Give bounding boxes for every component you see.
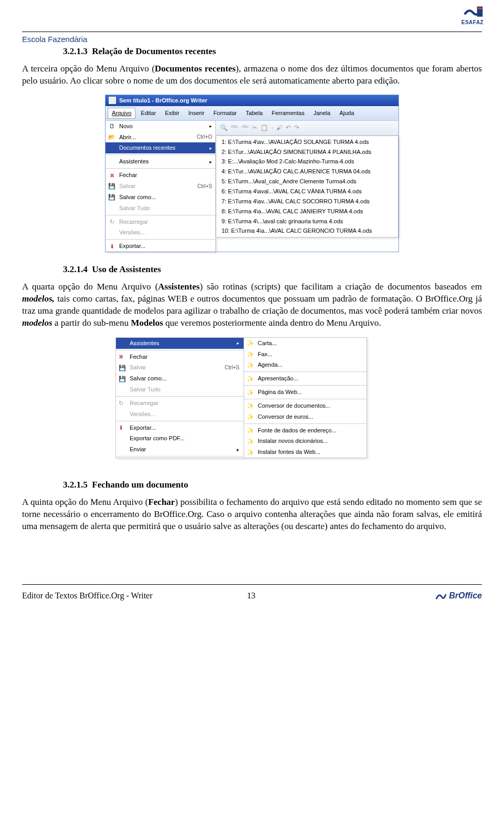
- esafaz-logo: ESAFAZ: [456, 3, 489, 28]
- svg-rect-1: [478, 8, 482, 9]
- tool-icon: ᴬᴮᶜ: [231, 123, 238, 132]
- school-name: Escola Fazendária: [22, 34, 482, 45]
- section-title: Relação de Documentos recentes: [92, 46, 216, 56]
- wizard-icon: ✨: [247, 427, 254, 434]
- menu-salvar[interactable]: 💾SalvarCtrl+S: [116, 362, 244, 373]
- wiz-instalar-dic[interactable]: ✨Instalar novos dicionários...: [244, 436, 366, 447]
- recent-item[interactable]: 5: E:\Turm...\Aval_calc_Andre Clemente T…: [216, 177, 398, 187]
- wiz-pagina-web[interactable]: ✨Página da Web...: [244, 387, 366, 398]
- window-title: Sem título1 - BrOffice.org Writer: [119, 97, 207, 105]
- wiz-agenda[interactable]: ✨Agenda...: [244, 359, 366, 370]
- recent-item[interactable]: 1: E:\Turma 4\av...\AVALIAÇÃO SOLANGE TU…: [216, 137, 398, 147]
- menu-recarregar[interactable]: ↻Recarregar: [106, 216, 215, 227]
- menu-exibir[interactable]: Exibir: [161, 108, 183, 118]
- tool-icon: ᴬᴮᶜ: [242, 123, 249, 132]
- wiz-apresentacao[interactable]: ✨Apresentação...: [244, 373, 366, 384]
- para-3213: A terceira opção do Menu Arquivo (Docume…: [22, 63, 482, 87]
- section-num: 3.2.1.5: [63, 480, 88, 490]
- menu-arquivo[interactable]: Arquivo: [108, 108, 135, 119]
- tool-icon: ✂: [252, 123, 257, 132]
- wiz-carta[interactable]: ✨Carta...: [244, 338, 366, 349]
- menu-janela[interactable]: Janela: [310, 108, 334, 118]
- window-titlebar: Sem título1 - BrOffice.org Writer: [106, 95, 398, 106]
- tool-icon: 🔍: [220, 123, 228, 132]
- wiz-conversor-doc[interactable]: ✨Conversor de documentos...: [244, 400, 366, 411]
- menu-recarregar[interactable]: ↻Recarregar: [116, 398, 244, 409]
- section-title: Uso de Assistentes: [92, 264, 161, 274]
- assistentes-figure: Assistentes▸ ✖Fechar 💾SalvarCtrl+S 💾Salv…: [116, 337, 388, 458]
- wiz-instalar-fontes[interactable]: ✨Instalar fontes da Web...: [244, 447, 366, 458]
- arquivo-dropdown: 🗋Novo▸ 📂Abrir...Ctrl+O Documentos recent…: [106, 121, 216, 252]
- menu-tabela[interactable]: Tabela: [242, 108, 266, 118]
- menu-formatar[interactable]: Formatar: [209, 108, 240, 118]
- tool-icon: 🖌: [276, 123, 282, 132]
- menu-salvar-como[interactable]: 💾Salvar como...: [106, 192, 215, 203]
- saveas-icon: 💾: [119, 375, 126, 382]
- menu-assistentes-hl[interactable]: Assistentes▸: [116, 338, 244, 349]
- menu-versoes[interactable]: Versões...: [106, 227, 215, 238]
- menu-abrir[interactable]: 📂Abrir...Ctrl+O: [106, 132, 215, 143]
- recent-item[interactable]: 10: E:\Turma 4\a...\AVAL CALC GERONCIO T…: [216, 226, 398, 236]
- menu-exportar[interactable]: ⬇Exportar...: [116, 422, 244, 433]
- wizard-icon: ✨: [247, 449, 254, 456]
- recent-item[interactable]: 9: E:\Turma 4\...\aval calc grinauria tu…: [216, 216, 398, 226]
- save-icon: 💾: [119, 364, 126, 371]
- broffice-logo: BrOffice: [435, 590, 482, 602]
- reload-icon: ↻: [108, 218, 116, 225]
- menu-ajuda[interactable]: Ajuda: [335, 108, 358, 118]
- assistentes-submenu: ✨Carta... ✨Fax... ✨Agenda... ✨Apresentaç…: [244, 337, 367, 458]
- esafaz-caption: ESAFAZ: [456, 19, 489, 26]
- section-3214-heading: 3.2.1.4 Uso de Assistentes: [63, 264, 482, 276]
- section-3215-heading: 3.2.1.5 Fechando um documento: [63, 479, 482, 491]
- menu-salvar[interactable]: 💾SalvarCtrl+S: [106, 181, 215, 192]
- recent-item[interactable]: 3: E:...\Avaliação Mod 2-Calc-Mazinho-Tu…: [216, 157, 398, 167]
- menu-editar[interactable]: Editar: [137, 108, 160, 118]
- reload-icon: ↻: [119, 399, 126, 407]
- recent-docs-submenu: 1: E:\Turma 4\av...\AVALIAÇÃO SOLANGE TU…: [216, 136, 398, 237]
- wizard-icon: ✨: [247, 350, 254, 358]
- wizard-icon: ✨: [247, 413, 254, 420]
- menu-assistentes[interactable]: Assistentes▸: [106, 156, 215, 167]
- recent-item[interactable]: 2: E:\Tur...\AVALIAÇÃO SIMONETURMA 4 PLA…: [216, 147, 398, 157]
- wizard-icon: ✨: [247, 339, 254, 347]
- wizard-icon: ✨: [247, 438, 254, 445]
- menubar: Arquivo Editar Exibir Inserir Formatar T…: [106, 106, 398, 121]
- menu-salvar-tudo[interactable]: Salvar Tudo: [106, 203, 215, 214]
- new-icon: 🗋: [108, 122, 116, 130]
- menu-salvar-tudo[interactable]: Salvar Tudo: [116, 384, 244, 395]
- menu-exportar[interactable]: ⬇Exportar...: [106, 241, 215, 252]
- menu-doc-recentes[interactable]: Documentos recentes▸: [106, 142, 215, 153]
- close-icon: ✖: [119, 353, 126, 360]
- app-icon: [109, 97, 116, 104]
- menu-inserir[interactable]: Inserir: [185, 108, 208, 118]
- recent-item[interactable]: 6: E:\Turma 4\aval...\AVAL CALC VÂNIA TU…: [216, 187, 398, 196]
- wizard-icon: ✨: [247, 389, 254, 396]
- recent-item[interactable]: 4: E:\Tur...\AVALIAÇÃO CALC.AURENICE TUR…: [216, 167, 398, 177]
- tool-icon: ·: [271, 123, 273, 132]
- wiz-conversor-euros[interactable]: ✨Conversor de euros...: [244, 411, 366, 422]
- menu-versoes[interactable]: Versões...: [116, 409, 244, 420]
- menu-novo[interactable]: 🗋Novo▸: [106, 121, 215, 132]
- wizard-icon: ✨: [247, 402, 254, 409]
- broffice-window: Sem título1 - BrOffice.org Writer Arquiv…: [105, 95, 399, 252]
- wiz-fax[interactable]: ✨Fax...: [244, 349, 366, 360]
- export-icon: ⬇: [119, 424, 126, 431]
- recent-item[interactable]: 7: E:\Turma 4\av...\AVAL CALC SOCORRO TU…: [216, 196, 398, 206]
- menu-enviar[interactable]: Enviar▸: [116, 444, 244, 455]
- menu-fechar[interactable]: ✖Fechar: [116, 351, 244, 363]
- header-rule: [22, 32, 482, 32]
- recent-item[interactable]: 8: E:\Turma 4\a...\AVAL CALC JANIEIRY TU…: [216, 206, 398, 216]
- section-num: 3.2.1.4: [63, 264, 88, 274]
- tool-icon: ↶: [286, 123, 291, 132]
- section-3213-heading: 3.2.1.3 Relação de Documentos recentes: [63, 46, 482, 58]
- open-icon: 📂: [108, 133, 116, 141]
- wiz-fonte-dados[interactable]: ✨Fonte de dados de endereço...: [244, 425, 366, 436]
- menu-fechar[interactable]: ✖Fechar: [106, 170, 215, 181]
- tool-icon: 📋: [260, 123, 268, 132]
- wizard-icon: ✨: [247, 361, 254, 369]
- menu-salvar-como[interactable]: 💾Salvar como...: [116, 373, 244, 384]
- tool-icon: ↷: [294, 123, 299, 132]
- menu-exportar-pdf[interactable]: Exportar como PDF...: [116, 433, 244, 444]
- menu-ferramentas[interactable]: Ferramentas: [268, 108, 308, 118]
- wizard-icon: ✨: [247, 375, 254, 382]
